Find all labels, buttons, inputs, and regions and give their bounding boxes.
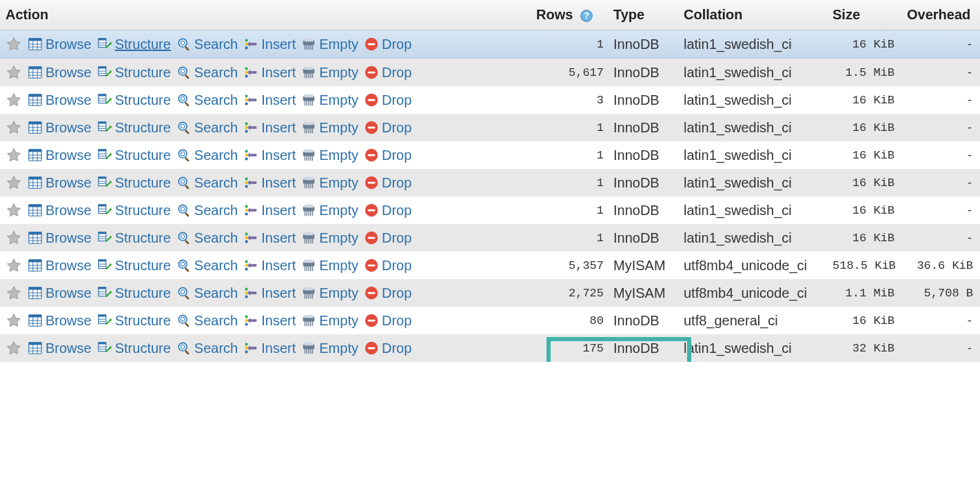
drop-link[interactable]: Drop — [364, 258, 411, 274]
insert-link[interactable]: Insert — [243, 258, 296, 274]
empty-link[interactable]: Empty — [301, 148, 358, 163]
browse-link[interactable]: Browse — [28, 148, 92, 163]
drop-link[interactable]: Drop — [364, 148, 411, 163]
insert-link[interactable]: Insert — [243, 203, 296, 218]
drop-link[interactable]: Drop — [364, 285, 411, 301]
structure-link[interactable]: Structure — [97, 65, 171, 81]
empty-link[interactable]: Empty — [301, 37, 358, 52]
insert-link[interactable]: Insert — [243, 285, 296, 301]
insert-link[interactable]: Insert — [243, 230, 296, 246]
structure-link[interactable]: Structure — [97, 120, 171, 136]
empty-link[interactable]: Empty — [301, 340, 358, 356]
col-collation[interactable]: Collation — [678, 0, 827, 30]
favorite-star-icon[interactable] — [6, 92, 22, 108]
favorite-star-icon[interactable] — [6, 202, 22, 218]
browse-link[interactable]: Browse — [28, 313, 92, 329]
search-link[interactable]: Search — [176, 175, 238, 191]
col-type[interactable]: Type — [608, 0, 678, 30]
insert-link[interactable]: Insert — [243, 37, 296, 52]
browse-link[interactable]: Browse — [28, 65, 92, 81]
insert-link[interactable]: Insert — [243, 148, 296, 163]
browse-link[interactable]: Browse — [28, 258, 92, 274]
size-value: 16 KiB — [827, 169, 901, 196]
search-link[interactable]: Search — [176, 285, 238, 301]
search-link[interactable]: Search — [176, 340, 238, 356]
favorite-star-icon[interactable] — [6, 36, 22, 52]
search-link[interactable]: Search — [176, 148, 238, 163]
help-icon[interactable] — [580, 9, 593, 23]
structure-link[interactable]: Structure — [97, 148, 171, 163]
favorite-star-icon[interactable] — [6, 312, 22, 329]
search-link[interactable]: Search — [176, 65, 238, 81]
drop-link[interactable]: Drop — [364, 313, 411, 329]
drop-link[interactable]: Drop — [364, 37, 411, 52]
drop-link[interactable]: Drop — [364, 65, 411, 81]
favorite-star-icon[interactable] — [6, 119, 22, 136]
structure-link[interactable]: Structure — [97, 37, 171, 52]
browse-link[interactable]: Browse — [28, 203, 92, 218]
favorite-star-icon[interactable] — [6, 230, 22, 246]
drop-link[interactable]: Drop — [364, 340, 411, 356]
col-action[interactable]: Action — [0, 0, 531, 30]
search-link[interactable]: Search — [176, 230, 238, 246]
drop-link[interactable]: Drop — [364, 175, 411, 191]
structure-link[interactable]: Structure — [97, 230, 171, 246]
browse-link[interactable]: Browse — [28, 340, 92, 356]
structure-link[interactable]: Structure — [97, 175, 171, 191]
empty-link[interactable]: Empty — [301, 285, 358, 301]
insert-link[interactable]: Insert — [243, 340, 296, 356]
table-row: BrowseStructureSearchInsertEmptyDrop1Inn… — [0, 196, 980, 224]
browse-link[interactable]: Browse — [28, 285, 92, 301]
browse-link[interactable]: Browse — [28, 230, 92, 246]
favorite-star-icon[interactable] — [6, 64, 22, 81]
browse-link[interactable]: Browse — [28, 120, 92, 136]
favorite-star-icon[interactable] — [6, 174, 22, 191]
table-row: BrowseStructureSearchInsertEmptyDrop5,35… — [0, 252, 980, 279]
structure-link[interactable]: Structure — [97, 203, 171, 218]
favorite-star-icon[interactable] — [6, 147, 22, 163]
structure-link[interactable]: Structure — [97, 92, 171, 108]
browse-link[interactable]: Browse — [28, 37, 92, 52]
search-link-label: Search — [194, 37, 238, 52]
insert-icon — [243, 148, 258, 163]
search-link[interactable]: Search — [176, 37, 238, 52]
structure-link[interactable]: Structure — [97, 313, 171, 329]
search-link[interactable]: Search — [176, 120, 238, 136]
search-link[interactable]: Search — [176, 258, 238, 274]
col-size[interactable]: Size — [827, 0, 901, 30]
col-rows[interactable]: Rows — [531, 0, 608, 30]
structure-link[interactable]: Structure — [97, 340, 171, 356]
search-link[interactable]: Search — [176, 92, 238, 108]
empty-link[interactable]: Empty — [301, 175, 358, 191]
empty-link[interactable]: Empty — [301, 203, 358, 218]
col-overhead[interactable]: Overhead — [901, 0, 980, 30]
structure-link[interactable]: Structure — [97, 285, 171, 301]
drop-link[interactable]: Drop — [364, 230, 411, 246]
structure-icon — [97, 203, 112, 218]
insert-link[interactable]: Insert — [243, 65, 296, 81]
structure-link[interactable]: Structure — [97, 258, 171, 274]
insert-link[interactable]: Insert — [243, 313, 296, 329]
drop-link[interactable]: Drop — [364, 203, 411, 218]
search-link[interactable]: Search — [176, 313, 238, 329]
drop-link[interactable]: Drop — [364, 92, 411, 108]
empty-link[interactable]: Empty — [301, 258, 358, 274]
search-link[interactable]: Search — [176, 203, 238, 218]
drop-link[interactable]: Drop — [364, 120, 411, 136]
drop-link-label: Drop — [382, 230, 411, 246]
rows-value: 1 — [531, 224, 608, 252]
favorite-star-icon[interactable] — [6, 340, 22, 356]
favorite-star-icon[interactable] — [6, 257, 22, 274]
insert-link[interactable]: Insert — [243, 175, 296, 191]
empty-link[interactable]: Empty — [301, 120, 358, 136]
empty-link[interactable]: Empty — [301, 65, 358, 81]
browse-link[interactable]: Browse — [28, 175, 92, 191]
empty-link[interactable]: Empty — [301, 313, 358, 329]
empty-link[interactable]: Empty — [301, 230, 358, 246]
favorite-star-icon[interactable] — [6, 285, 22, 301]
insert-link[interactable]: Insert — [243, 92, 296, 108]
browse-link[interactable]: Browse — [28, 92, 92, 108]
empty-link-label: Empty — [319, 65, 358, 81]
empty-link[interactable]: Empty — [301, 92, 358, 108]
insert-link[interactable]: Insert — [243, 120, 296, 136]
